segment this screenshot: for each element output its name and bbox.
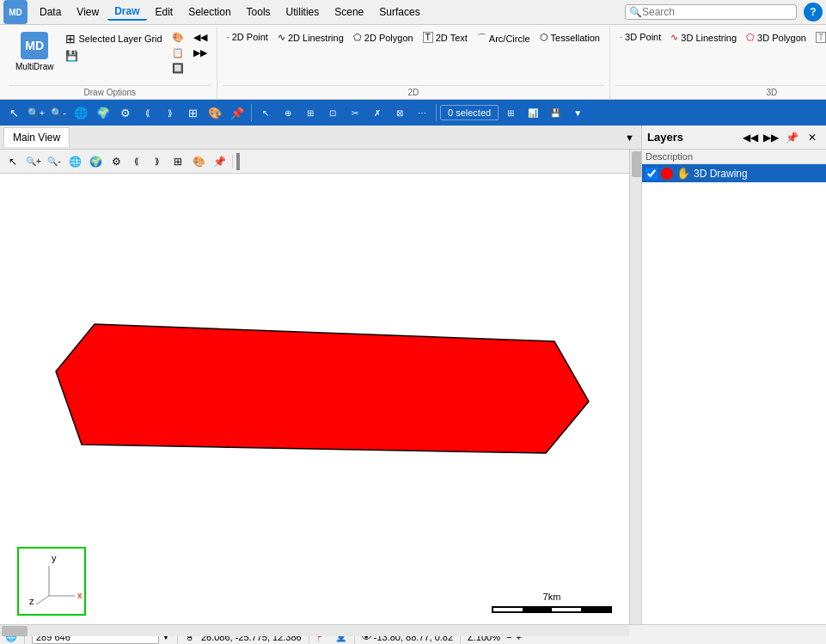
layers-back-btn[interactable]: ◀◀ <box>742 129 759 146</box>
toolbar-dropdown[interactable]: ▼ <box>567 102 588 123</box>
cursor-tool1[interactable]: ↖ <box>255 102 276 123</box>
toolbar-extra2[interactable]: 📊 <box>523 102 543 123</box>
layers-fwd-btn[interactable]: ▶▶ <box>762 129 780 146</box>
toolbar-extra1[interactable]: ⊞ <box>500 102 521 123</box>
canvas-prev-btn[interactable]: ⟪ <box>127 152 146 171</box>
canvas-select-btn[interactable]: ↖ <box>3 152 22 171</box>
scale-label: 7km <box>543 592 561 602</box>
canvas-gear-btn[interactable]: ⚙ <box>107 152 125 171</box>
cursor-tool4[interactable]: ⊡ <box>322 102 343 123</box>
grid-view-btn[interactable]: ⊞ <box>182 102 203 123</box>
canvas-zoom-out-btn[interactable]: 🔍- <box>45 152 64 171</box>
canvas-drawing-area[interactable]: x y z 7km <box>0 174 629 624</box>
3d-text-icon: T <box>816 32 826 43</box>
nav-prev-btn[interactable]: ⟪ <box>138 102 158 123</box>
menu-scene[interactable]: Scene <box>327 4 370 20</box>
canvas-svg <box>0 174 629 624</box>
cursor-tool2[interactable]: ⊕ <box>278 102 298 123</box>
multidraw-button[interactable]: MD MultiDraw <box>9 30 60 73</box>
polygon-icon: ⬠ <box>353 32 362 43</box>
canvas-next-btn[interactable]: ⟫ <box>148 152 167 171</box>
3d-point-icon: · <box>620 32 622 42</box>
body-area: Main View ▼ ↖ 🔍+ 🔍- 🌐 🌍 ⚙ ⟪ ⟫ ⊞ 🎨 📌 <box>0 126 826 624</box>
zoom-out-btn[interactable]: 🔍- <box>48 102 69 123</box>
cursor-tool5[interactable]: ✂ <box>345 102 365 123</box>
canvas-pin-btn[interactable]: 📌 <box>210 152 229 171</box>
pin-btn[interactable]: 📌 <box>227 102 248 123</box>
z-axis-label: z <box>29 596 34 606</box>
main-view-tab[interactable]: Main View <box>3 127 70 147</box>
search-input[interactable] <box>642 6 788 18</box>
selection-badge: 0 selected <box>440 105 499 120</box>
app-logo[interactable]: MD <box>3 0 28 24</box>
arc-circle-btn[interactable]: ⌒ Arc/Circle <box>473 30 535 46</box>
canvas-area: Main View ▼ ↖ 🔍+ 🔍- 🌐 🌍 ⚙ ⟪ ⟫ ⊞ 🎨 📌 <box>0 126 641 624</box>
search-box[interactable]: 🔍 <box>625 4 797 20</box>
canvas-globe-btn[interactable]: 🌐 <box>65 152 84 171</box>
menu-utilities[interactable]: Utilities <box>279 4 327 20</box>
scale-svg <box>492 604 612 616</box>
tool-btn1[interactable]: 🎨 <box>168 30 188 45</box>
layers-pin-btn[interactable]: 📌 <box>783 129 800 146</box>
select-tool-btn[interactable]: ↖ <box>3 102 24 123</box>
h-scroll-thumb[interactable] <box>2 626 28 636</box>
canvas-globe2-btn[interactable]: 🌍 <box>86 152 105 171</box>
layer-check[interactable] <box>646 168 658 180</box>
arc-icon: ⌒ <box>477 32 486 45</box>
menu-draw[interactable]: Draw <box>107 3 146 21</box>
save-btn[interactable]: 💾 <box>61 48 166 64</box>
layer-row-3d-drawing[interactable]: ✋ 3D Drawing <box>642 164 826 182</box>
zoom-in-btn[interactable]: 🔍+ <box>26 102 46 123</box>
menu-surfaces[interactable]: Surfaces <box>372 4 426 20</box>
3d-polygon-btn[interactable]: ⬠ 3D Polygon <box>742 30 811 45</box>
settings-btn[interactable]: ⚙ <box>115 102 136 123</box>
menu-view[interactable]: View <box>70 4 106 20</box>
tool-btn3[interactable]: 🔲 <box>168 61 188 76</box>
y-axis-label: y <box>52 553 57 563</box>
color-tool-btn[interactable]: 🎨 <box>205 102 225 123</box>
3d-point-btn[interactable]: · 3D Point <box>615 30 665 44</box>
menu-tools[interactable]: Tools <box>240 4 278 20</box>
canvas-zoom-in-btn[interactable]: 🔍+ <box>24 152 43 171</box>
h-scrollbar[interactable] <box>0 624 629 636</box>
3d-linestring-icon: ∿ <box>670 32 678 43</box>
group-3d: · 3D Point ∿ 3D Linestring ⬠ 3D Polygon … <box>610 27 826 99</box>
view-tab-dropdown[interactable]: ▼ <box>621 129 638 146</box>
main-polygon[interactable] <box>56 324 589 453</box>
tessellation-btn[interactable]: ⬡ Tessellation <box>535 30 604 45</box>
canvas-h-area: ↖ 🔍+ 🔍- 🌐 🌍 ⚙ ⟪ ⟫ ⊞ 🎨 📌 <box>0 150 641 624</box>
layers-close-btn[interactable]: ✕ <box>804 129 821 146</box>
nav-next-btn[interactable]: ⟫ <box>160 102 180 123</box>
2d-buttons: · 2D Point ∿ 2D Linestring ⬠ 2D Polygon … <box>223 28 604 85</box>
ribbon-row: MD MultiDraw ⊞ Selected Layer Grid 💾 🎨 📋 <box>0 25 826 99</box>
help-button[interactable]: ? <box>804 3 823 21</box>
globe-btn[interactable]: 🌐 <box>70 102 91 123</box>
v-scrollbar[interactable] <box>629 150 641 624</box>
canvas-viewport[interactable]: ↖ 🔍+ 🔍- 🌐 🌍 ⚙ ⟪ ⟫ ⊞ 🎨 📌 <box>0 150 629 624</box>
menu-data[interactable]: Data <box>33 4 68 20</box>
globe2-btn[interactable]: 🌍 <box>93 102 113 123</box>
cursor-tool6[interactable]: ✗ <box>367 102 388 123</box>
nav-fwd-btn[interactable]: ▶▶ <box>189 46 211 60</box>
canvas-resize-handle[interactable] <box>236 153 240 170</box>
canvas-color-btn[interactable]: 🎨 <box>189 152 208 171</box>
3d-linestring-btn[interactable]: ∿ 3D Linestring <box>666 30 741 45</box>
toolbar-extra3[interactable]: 💾 <box>545 102 566 123</box>
nav-back-btn[interactable]: ◀◀ <box>189 30 211 45</box>
cursor-tool8[interactable]: ⋯ <box>412 102 432 123</box>
canvas-grid-btn[interactable]: ⊞ <box>168 152 187 171</box>
menu-edit[interactable]: Edit <box>149 4 180 20</box>
cursor-tool3[interactable]: ⊞ <box>300 102 321 123</box>
3d-text-btn[interactable]: T 3D Text <box>811 30 826 45</box>
tool-btn2[interactable]: 📋 <box>168 46 188 60</box>
selected-layer-grid-btn[interactable]: ⊞ Selected Layer Grid <box>61 30 166 47</box>
menu-selection[interactable]: Selection <box>181 4 237 20</box>
cursor-tool7[interactable]: ⊠ <box>389 102 410 123</box>
2d-polygon-btn[interactable]: ⬠ 2D Polygon <box>349 30 418 45</box>
3d-buttons: · 3D Point ∿ 3D Linestring ⬠ 3D Polygon … <box>615 28 826 85</box>
2d-linestring-btn[interactable]: ∿ 2D Linestring <box>273 30 348 45</box>
2d-point-btn[interactable]: · 2D Point <box>223 30 272 44</box>
2d-text-btn[interactable]: T 2D Text <box>419 30 472 45</box>
text-2d-icon: T <box>423 32 433 43</box>
layers-list: ✋ 3D Drawing <box>642 164 826 624</box>
